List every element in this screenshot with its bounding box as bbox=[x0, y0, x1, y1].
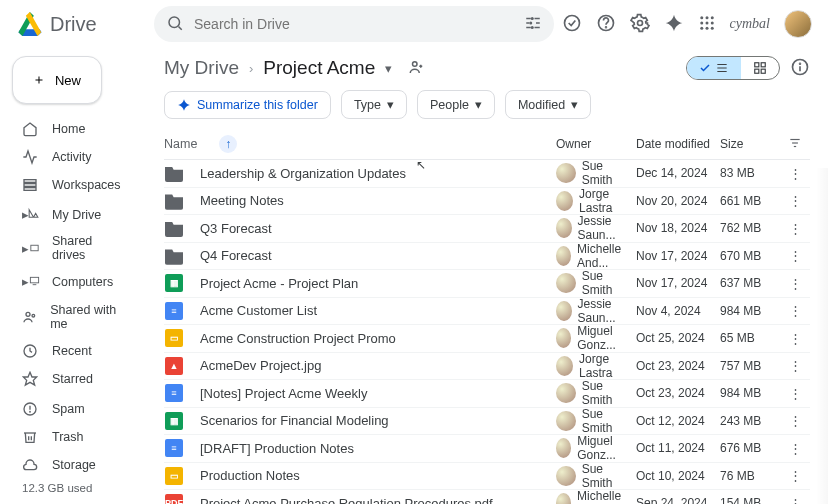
sidebar-item-computers[interactable]: ▸Computers bbox=[12, 269, 138, 294]
details-icon[interactable] bbox=[790, 57, 810, 80]
svg-point-17 bbox=[710, 26, 713, 29]
row-more-icon[interactable]: ⋮ bbox=[780, 468, 810, 483]
help-icon[interactable] bbox=[596, 13, 616, 36]
gemini-spark-icon[interactable] bbox=[664, 13, 684, 36]
file-name: AcmeDev Project.jpg bbox=[200, 358, 321, 373]
new-button[interactable]: New bbox=[12, 56, 102, 104]
file-type-icon: ≡ bbox=[164, 301, 184, 321]
row-more-icon[interactable]: ⋮ bbox=[780, 441, 810, 456]
file-row[interactable]: ▦Project Acme - Project PlanSue SmithNov… bbox=[164, 270, 810, 298]
sidebar-item-storage[interactable]: Storage bbox=[12, 452, 138, 478]
apps-grid-icon[interactable] bbox=[698, 14, 716, 35]
sidebar-item-label: Computers bbox=[52, 275, 113, 289]
list-view-button[interactable] bbox=[687, 57, 741, 79]
row-more-icon[interactable]: ⋮ bbox=[780, 413, 810, 428]
owner-avatar bbox=[556, 218, 572, 238]
row-more-icon[interactable]: ⋮ bbox=[780, 193, 810, 208]
svg-rect-37 bbox=[755, 63, 759, 67]
file-name: Project Acme - Project Plan bbox=[200, 276, 358, 291]
file-row[interactable]: ▦Scenarios for Financial ModelingSue Smi… bbox=[164, 408, 810, 436]
file-name: [DRAFT] Production Notes bbox=[200, 441, 354, 456]
sidebar-item-label: My Drive bbox=[52, 208, 101, 222]
row-more-icon[interactable]: ⋮ bbox=[780, 276, 810, 291]
search-input[interactable] bbox=[188, 16, 520, 32]
row-more-icon[interactable]: ⋮ bbox=[780, 221, 810, 236]
column-owner[interactable]: Owner bbox=[556, 137, 636, 151]
sidebar-item-activity[interactable]: Activity bbox=[12, 144, 138, 170]
breadcrumb-current[interactable]: Project Acme bbox=[263, 57, 375, 79]
search-options-icon[interactable] bbox=[520, 10, 546, 39]
owner-name: Michelle And... bbox=[577, 489, 636, 504]
offline-ready-icon[interactable] bbox=[562, 13, 582, 36]
sidebar-item-starred[interactable]: Starred bbox=[12, 366, 138, 392]
sidebar-item-label: Starred bbox=[52, 372, 93, 386]
file-type-icon bbox=[164, 246, 184, 266]
mouse-cursor: ↖ bbox=[416, 158, 426, 172]
file-list[interactable]: Leadership & Organization UpdatesSue Smi… bbox=[164, 160, 810, 504]
row-more-icon[interactable]: ⋮ bbox=[780, 303, 810, 318]
file-name: Meeting Notes bbox=[200, 193, 284, 208]
summarize-folder-chip[interactable]: Summarize this folder bbox=[164, 91, 331, 119]
sidebar-item-my-drive[interactable]: ▸My Drive bbox=[12, 202, 138, 227]
account-avatar[interactable] bbox=[784, 10, 812, 38]
row-more-icon[interactable]: ⋮ bbox=[780, 331, 810, 346]
file-row[interactable]: ≡[Notes] Project Acme WeeklySue SmithOct… bbox=[164, 380, 810, 408]
sort-asc-icon[interactable]: ↑ bbox=[219, 135, 237, 153]
row-more-icon[interactable]: ⋮ bbox=[780, 358, 810, 373]
owner-avatar bbox=[556, 191, 573, 211]
share-icon[interactable] bbox=[408, 58, 426, 79]
sidebar-item-shared-with-me[interactable]: Shared with me bbox=[12, 298, 138, 336]
grid-view-button[interactable] bbox=[741, 57, 779, 79]
file-row[interactable]: ▲AcmeDev Project.jpgJorge LastraOct 23, … bbox=[164, 353, 810, 381]
svg-rect-23 bbox=[31, 245, 38, 251]
filter-modified-chip[interactable]: Modified▾ bbox=[505, 90, 591, 119]
sidebar: New Home Activity Workspaces ▸My Drive ▸… bbox=[0, 48, 146, 504]
sidebar-item-home[interactable]: Home bbox=[12, 116, 138, 142]
column-label: Size bbox=[720, 137, 743, 151]
file-name: Q3 Forecast bbox=[200, 221, 272, 236]
file-row[interactable]: ≡Acme Customer ListJessie Saun...Nov 4, … bbox=[164, 298, 810, 326]
file-row[interactable]: PDFProject Acme Purchase Regulation Proc… bbox=[164, 490, 810, 504]
file-date: Oct 10, 2024 bbox=[636, 469, 720, 483]
breadcrumb-root[interactable]: My Drive bbox=[164, 57, 239, 79]
sidebar-item-recent[interactable]: Recent bbox=[12, 338, 138, 364]
row-more-icon[interactable]: ⋮ bbox=[780, 496, 810, 504]
sidebar-item-label: Trash bbox=[52, 430, 84, 444]
filter-people-chip[interactable]: People▾ bbox=[417, 90, 495, 119]
file-row[interactable]: Q3 ForecastJessie Saun...Nov 18, 2024762… bbox=[164, 215, 810, 243]
settings-icon[interactable] bbox=[630, 13, 650, 36]
file-row[interactable]: Meeting NotesJorge LastraNov 20, 2024661… bbox=[164, 188, 810, 216]
file-size: 984 MB bbox=[720, 304, 780, 318]
search-bar[interactable] bbox=[154, 6, 554, 42]
owner-name: Jessie Saun... bbox=[578, 214, 636, 242]
file-row[interactable]: Leadership & Organization UpdatesSue Smi… bbox=[164, 160, 810, 188]
row-more-icon[interactable]: ⋮ bbox=[780, 166, 810, 181]
owner-avatar bbox=[556, 383, 576, 403]
file-row[interactable]: ≡[DRAFT] Production NotesMiguel Gonz...O… bbox=[164, 435, 810, 463]
sidebar-item-shared-drives[interactable]: ▸Shared drives bbox=[12, 229, 138, 267]
chevron-right-icon: › bbox=[249, 61, 253, 76]
file-type-icon: PDF bbox=[164, 493, 184, 504]
sidebar-item-spam[interactable]: Spam bbox=[12, 396, 138, 422]
filter-type-chip[interactable]: Type▾ bbox=[341, 90, 407, 119]
column-date[interactable]: Date modified bbox=[636, 137, 720, 151]
sidebar-item-workspaces[interactable]: Workspaces bbox=[12, 172, 138, 198]
file-date: Nov 17, 2024 bbox=[636, 276, 720, 290]
file-row[interactable]: ▭Production NotesSue SmithOct 10, 202476… bbox=[164, 463, 810, 491]
file-size: 243 MB bbox=[720, 414, 780, 428]
folder-dropdown-icon[interactable]: ▾ bbox=[385, 61, 392, 76]
drive-logo[interactable]: Drive bbox=[16, 12, 146, 36]
column-options-icon[interactable] bbox=[780, 136, 810, 153]
row-more-icon[interactable]: ⋮ bbox=[780, 386, 810, 401]
search-icon bbox=[162, 10, 188, 39]
sidebar-item-trash[interactable]: Trash bbox=[12, 424, 138, 450]
file-row[interactable]: Q4 ForecastMichelle And...Nov 17, 202467… bbox=[164, 243, 810, 271]
owner-name: Sue Smith bbox=[582, 269, 636, 297]
owner-name: Sue Smith bbox=[582, 407, 636, 435]
column-name[interactable]: Name↑ bbox=[164, 135, 556, 153]
view-toggle[interactable] bbox=[686, 56, 780, 80]
file-row[interactable]: ▭Acme Construction Project PromoMiguel G… bbox=[164, 325, 810, 353]
file-size: 154 MB bbox=[720, 496, 780, 504]
row-more-icon[interactable]: ⋮ bbox=[780, 248, 810, 263]
column-size[interactable]: Size bbox=[720, 137, 780, 151]
